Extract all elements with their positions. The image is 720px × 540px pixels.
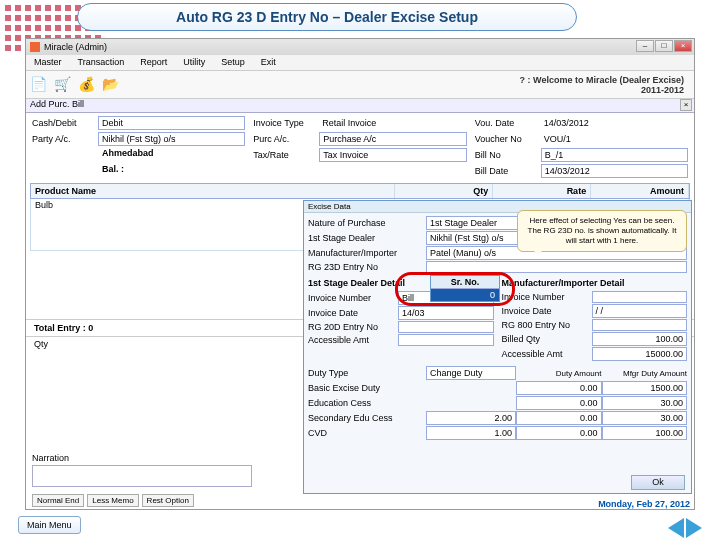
bill-date-field[interactable]: 14/03/2012 [541, 164, 688, 178]
party-field[interactable]: Nikhil (Fst Stg) o/s [98, 132, 245, 146]
cart-icon[interactable]: 🛒 [54, 76, 72, 94]
maximize-button[interactable]: □ [655, 40, 673, 52]
titlebar: Miracle (Admin) – □ × [26, 39, 694, 55]
cvd-r[interactable]: 1.00 [426, 426, 516, 440]
prev-arrow-icon[interactable] [668, 518, 684, 538]
bill-no-label: Bill No [475, 150, 541, 160]
cvd-b[interactable]: 100.00 [602, 426, 688, 440]
m-qty-label: Billed Qty [502, 334, 592, 344]
rg23d-label: RG 23D Entry No [308, 262, 426, 272]
purc-label: Purc A/c. [253, 134, 319, 144]
vou-date-label: Vou. Date [475, 118, 541, 128]
srno-value[interactable]: 0 [431, 289, 499, 301]
party-label: Party A/c. [32, 134, 98, 144]
menu-master[interactable]: Master [26, 55, 70, 70]
welcome-text: ? : Welcome to Miracle (Dealer Excise) 2… [520, 75, 690, 95]
srno-popup: Sr. No. 0 [430, 275, 500, 302]
m-acc-label: Accessible Amt [502, 349, 592, 359]
m-qty-field[interactable]: 100.00 [592, 332, 688, 346]
taxrate-field[interactable]: Tax Invoice [319, 148, 466, 162]
m-invno-label: Invoice Number [502, 292, 592, 302]
section2-header: Manufacturer/Importer Detail [502, 276, 688, 290]
m-invno-field[interactable] [592, 291, 688, 303]
cash-debit-field[interactable]: Debit [98, 116, 245, 130]
rg20-field[interactable] [398, 321, 494, 333]
window-title: Miracle (Admin) [44, 42, 107, 52]
srno-header: Sr. No. [431, 276, 499, 289]
acc-label: Accessible Amt [308, 335, 398, 345]
callout-note: Here effect of selecting Yes can be seen… [517, 210, 687, 252]
slide-title: Auto RG 23 D Entry No – Dealer Excise Se… [77, 3, 577, 31]
minimize-button[interactable]: – [636, 40, 654, 52]
nav-arrows [668, 518, 702, 538]
m-acc-field[interactable]: 15000.00 [592, 347, 688, 361]
invoice-type-label: Invoice Type [253, 118, 319, 128]
bill-no-field[interactable]: B_/1 [541, 148, 688, 162]
vou-date-value: 14/03/2012 [541, 117, 688, 129]
main-menu-button[interactable]: Main Menu [18, 516, 81, 534]
bed-a[interactable]: 0.00 [516, 381, 602, 395]
ec-b[interactable]: 30.00 [602, 396, 688, 410]
bed-b[interactable]: 1500.00 [602, 381, 688, 395]
fstg-label: 1st Stage Dealer [308, 233, 426, 243]
grid-header: Product Name Qty Rate Amount [30, 183, 690, 199]
sec-label: Secondary Edu Cess [308, 413, 426, 423]
menu-utility[interactable]: Utility [175, 55, 213, 70]
normal-end-button[interactable]: Normal End [32, 494, 84, 507]
invno-label: Invoice Number [308, 293, 398, 303]
party-city: Ahmedabad [32, 148, 245, 162]
money-icon[interactable]: 💰 [78, 76, 96, 94]
duty-type-label: Duty Type [308, 368, 426, 378]
narration-input[interactable] [32, 465, 252, 487]
menu-report[interactable]: Report [132, 55, 175, 70]
close-button[interactable]: × [674, 40, 692, 52]
tab-bar: Add Purc. Bill × [26, 99, 694, 113]
m-rg-field[interactable] [592, 319, 688, 331]
invdt-field[interactable]: 14/03 [398, 306, 494, 320]
duty-col1: Duty Amount [516, 369, 602, 378]
menu-exit[interactable]: Exit [253, 55, 284, 70]
status-date: Monday, Feb 27, 2012 [598, 499, 690, 509]
less-memo-button[interactable]: Less Memo [87, 494, 138, 507]
nature-label: Nature of Purchase [308, 218, 426, 228]
col-rate: Rate [493, 184, 591, 198]
balance-label: Bal. : [32, 164, 245, 178]
m-rg-label: RG 800 Entry No [502, 320, 592, 330]
next-arrow-icon[interactable] [686, 518, 702, 538]
col-qty: Qty [395, 184, 493, 198]
bed-label: Basic Excise Duty [308, 383, 426, 393]
sec-b[interactable]: 30.00 [602, 411, 688, 425]
acc-field[interactable] [398, 334, 494, 346]
ec-label: Education Cess [308, 398, 426, 408]
toolbar: 📄 🛒 💰 📂 ? : Welcome to Miracle (Dealer E… [26, 71, 694, 99]
rg23d-field[interactable] [426, 261, 687, 273]
sec-a[interactable]: 0.00 [516, 411, 602, 425]
tab-close-icon[interactable]: × [680, 99, 692, 111]
purc-field[interactable]: Purchase A/c [319, 132, 466, 146]
col-amount: Amount [591, 184, 689, 198]
ok-button[interactable]: Ok [631, 475, 685, 490]
m-invdt-field[interactable]: / / [592, 304, 688, 318]
cash-debit-label: Cash/Debit [32, 118, 98, 128]
menubar: Master Transaction Report Utility Setup … [26, 55, 694, 71]
ec-a[interactable]: 0.00 [516, 396, 602, 410]
sec-r[interactable]: 2.00 [426, 411, 516, 425]
invoice-type-value: Retail Invoice [319, 117, 466, 129]
duty-type-field[interactable]: Change Duty [426, 366, 516, 380]
rg20-label: RG 20D Entry No [308, 322, 398, 332]
voucher-no-label: Voucher No [475, 134, 541, 144]
rest-option-button[interactable]: Rest Option [142, 494, 194, 507]
m-invdt-label: Invoice Date [502, 306, 592, 316]
taxrate-label: Tax/Rate [253, 150, 319, 160]
manu-label: Manufacturer/Importer [308, 248, 426, 258]
duty-col2: Mfgr Duty Amount [602, 369, 688, 378]
folder-icon[interactable]: 📂 [102, 76, 120, 94]
voucher-no-value: VOU/1 [541, 133, 688, 145]
tab-add-purc-bill[interactable]: Add Purc. Bill [30, 99, 84, 109]
new-icon[interactable]: 📄 [30, 76, 48, 94]
cvd-a[interactable]: 0.00 [516, 426, 602, 440]
invdt-label: Invoice Date [308, 308, 398, 318]
narration-label: Narration [32, 453, 252, 463]
menu-setup[interactable]: Setup [213, 55, 253, 70]
menu-transaction[interactable]: Transaction [70, 55, 133, 70]
